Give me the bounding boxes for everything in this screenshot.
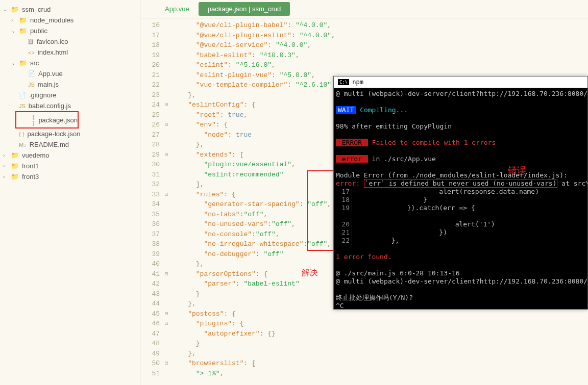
tree-item-front3[interactable]: ›📁front3 [0,171,140,182]
tree-item-label: src [30,59,39,67]
html-icon: <> [28,49,35,56]
folder-icon: 📁 [11,6,19,13]
img-icon: 🖼 [28,39,34,45]
tree-item-label: .gitignore [29,91,56,99]
tree-item-label: README.md [30,141,69,148]
tree-item-main-js[interactable]: JSmain.js [0,79,140,90]
tree-item-favicon-ico[interactable]: 🖼favicon.ico [0,36,140,47]
tree-item-App-vue[interactable]: 📄App.vue [0,68,140,79]
tree-item-label: index.html [38,48,68,56]
tree-item-label: ssm_crud [22,6,51,13]
tree-item-label: vuedemo [22,151,49,159]
editor-tabs: App.vuepackage.json | ssm_crud [140,0,588,18]
json-icon: { } [33,114,36,126]
tab-0[interactable]: App.vue [156,0,199,18]
tree-item-label: App.vue [38,70,63,78]
chevron-icon[interactable]: ⌄ [3,7,9,12]
tree-item-front1[interactable]: ›📁front1 [0,161,140,171]
tree-item-label: package-lock.json [27,130,80,138]
tree-item-package-json[interactable]: { }package.json [15,111,79,129]
folder-icon: 📁 [11,173,19,181]
md-icon: M↓ [19,142,27,148]
tree-item--gitignore[interactable]: 📄.gitignore [0,90,140,100]
file-explorer[interactable]: ⌄📁ssm_crud›📁node_modules⌄📁public🖼favicon… [0,0,140,385]
json-icon: { } [19,131,24,137]
chevron-icon[interactable]: › [3,152,9,158]
terminal-window[interactable]: C:\ npm @ multi (webpack)-dev-server/cli… [333,76,588,310]
line-gutter: 1617181920212223242526272829303132333435… [140,18,165,385]
tree-item-public[interactable]: ⌄📁public [0,25,140,36]
chevron-icon[interactable]: › [11,17,17,23]
terminal-titlebar[interactable]: C:\ npm [334,76,587,88]
tree-item-label: favicon.ico [37,38,68,45]
tree-item-label: main.js [38,81,59,88]
tree-item-README-md[interactable]: M↓README.md [0,139,140,150]
tree-item-label: front1 [22,162,39,170]
chevron-icon[interactable]: ⌄ [11,60,17,66]
js-icon: JS [28,82,35,88]
folder-icon: 📁 [11,151,19,159]
folder-icon: 📁 [19,59,27,67]
tree-item-ssm_crud[interactable]: ⌄📁ssm_crud [0,4,140,15]
terminal-title-text: npm [352,79,363,86]
tree-item-label: package.json [38,116,78,124]
tree-item-package-lock-json[interactable]: { }package-lock.json [0,129,140,139]
folder-icon: 📁 [11,162,19,170]
js-icon: JS [19,103,26,109]
tree-item-label: babel.config.js [29,102,71,110]
file-icon: 📄 [19,92,26,98]
folder-icon: 📁 [19,16,27,24]
annotation-solve: 解决 [302,268,318,278]
tree-item-src[interactable]: ⌄📁src [0,58,140,68]
file-icon: 📄 [28,70,35,77]
fold-gutter[interactable]: ⊟ ⊟ ⊟ ⊟ ⊟ ⊟⊟ ⊟ [165,18,172,385]
chevron-icon[interactable]: › [3,174,9,179]
annotation-error: 错误 [508,164,526,176]
chevron-icon[interactable]: › [3,163,9,169]
tree-item-label: public [30,27,47,35]
terminal-body[interactable]: @ multi (webpack)-dev-server/client?http… [334,88,587,310]
tab-1[interactable]: package.json | ssm_crud [199,2,290,16]
cmd-icon: C:\ [338,79,349,85]
tree-item-node_modules[interactable]: ›📁node_modules [0,15,140,25]
folder-icon: 📁 [19,27,27,35]
tree-item-label: front3 [22,173,39,181]
chevron-icon[interactable]: ⌄ [11,28,17,34]
tree-item-vuedemo[interactable]: ›📁vuedemo [0,150,140,161]
tree-item-label: node_modules [30,16,74,24]
tree-item-index-html[interactable]: <>index.html [0,47,140,58]
tree-item-babel-config-js[interactable]: JSbabel.config.js [0,100,140,111]
